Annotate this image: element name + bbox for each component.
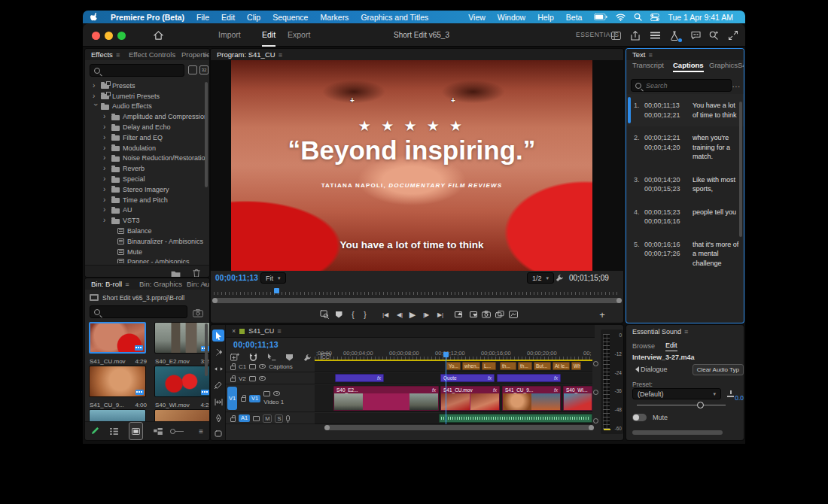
control-center-icon[interactable]: [650, 14, 659, 21]
chevron-icon[interactable]: ›: [103, 217, 108, 224]
solo-track-button[interactable]: S: [275, 414, 283, 423]
slider-handle[interactable]: [697, 402, 704, 408]
menubar-item[interactable]: Sequence: [272, 13, 308, 22]
caption-clip[interactable]: th...: [518, 362, 532, 370]
bin-clip-item[interactable]: [154, 409, 209, 421]
mute-track-button[interactable]: M: [263, 414, 272, 423]
menubar-item[interactable]: Help: [537, 13, 554, 22]
lock-icon[interactable]: [230, 366, 236, 370]
lock-icon[interactable]: [241, 397, 246, 402]
program-playhead[interactable]: [274, 288, 279, 293]
caption-clip[interactable]: when...: [462, 362, 480, 370]
video-clip[interactable]: S40_E2...fx: [333, 386, 439, 411]
clip-thumbnail[interactable]: [154, 409, 209, 421]
tab-browse[interactable]: Browse: [632, 342, 655, 351]
eye-visibility-icon[interactable]: [259, 364, 266, 369]
more-options-icon[interactable]: ...: [732, 80, 741, 89]
share-icon[interactable]: [629, 29, 641, 41]
graphics-clip[interactable]: Quotefx: [440, 374, 495, 382]
caption-clip[interactable]: Wh: [571, 362, 581, 370]
caption-timecodes[interactable]: 00;00;12;2100;00;14;20: [644, 133, 689, 162]
apple-menu[interactable]: [90, 12, 99, 22]
gain-slider[interactable]: [637, 405, 726, 405]
effects-tree-item[interactable]: › VST3: [85, 215, 205, 226]
razor-tool[interactable]: [212, 379, 224, 391]
effects-tree-item[interactable]: › Special: [85, 174, 205, 184]
tab-overflow[interactable]: S4: [738, 61, 744, 69]
ripple-edit-tool[interactable]: [212, 363, 224, 375]
captions-search-input[interactable]: [644, 81, 727, 90]
effects-search-input[interactable]: [103, 66, 180, 75]
menubar-item[interactable]: Graphics and Titles: [361, 13, 428, 22]
go-to-in-icon[interactable]: |◀: [379, 308, 391, 320]
effects-tree-item[interactable]: › Reverb: [85, 163, 205, 174]
panel-menu-icon[interactable]: ≡: [116, 51, 120, 59]
effects-tree-item[interactable]: › Stereo Imagery: [85, 184, 205, 195]
tab-bin-broll[interactable]: Bin: B-roll≡: [91, 278, 129, 290]
comparison-view-icon[interactable]: [318, 308, 330, 320]
clip-thumbnail[interactable]: [89, 322, 146, 354]
list-view-icon[interactable]: [110, 424, 118, 438]
thumbnail-view-icon[interactable]: [129, 422, 143, 440]
mode-tab-import[interactable]: Import: [218, 23, 241, 47]
settings-wrench-icon[interactable]: [556, 274, 564, 284]
bin-clip-item[interactable]: S41_CU.mov4:29: [89, 322, 148, 365]
caption-clip[interactable]: L...: [482, 362, 496, 370]
slip-tool[interactable]: [212, 396, 224, 408]
caption-text[interactable]: You have a lot of time to think: [689, 101, 741, 120]
step-forward-icon[interactable]: |▶: [420, 308, 432, 320]
bin-breadcrumb[interactable]: Short Edit v65_3.prproj\B-roll: [90, 293, 206, 302]
clip-thumbnail[interactable]: [89, 366, 146, 397]
track-output-icon[interactable]: [253, 416, 260, 421]
v1-source-patch[interactable]: V1: [227, 387, 237, 410]
menubar-item[interactable]: Clip: [247, 13, 260, 22]
chevron-icon[interactable]: ›: [93, 93, 98, 100]
go-to-out-icon[interactable]: ▶|: [434, 308, 446, 320]
caption-clip[interactable]: th...: [500, 362, 516, 370]
menubar-app-name[interactable]: Premiere Pro (Beta): [111, 13, 184, 22]
effects-tree-item[interactable]: › Panner - Ambisonics: [85, 257, 205, 263]
panel-menu-icon[interactable]: ≡: [684, 328, 688, 335]
playhead-head[interactable]: [443, 352, 449, 357]
chevron-icon[interactable]: ›: [103, 206, 108, 214]
caption-timecodes[interactable]: 00;00;14;2000;00;15;23: [644, 175, 689, 194]
tab-graphics[interactable]: Graphics: [709, 61, 738, 69]
effects-tree-item[interactable]: › Modulation: [85, 143, 205, 153]
add-marker-icon[interactable]: [333, 308, 345, 320]
menubar-item[interactable]: Beta: [566, 13, 583, 22]
selection-tool[interactable]: [212, 329, 224, 342]
video-clip[interactable]: S41_CU_9...fx: [502, 386, 561, 411]
edit-pen-icon[interactable]: [91, 424, 99, 438]
zoom-window-button[interactable]: [117, 32, 126, 40]
program-monitor-title[interactable]: Program: S41_CU≡: [217, 49, 282, 60]
caption-timecodes[interactable]: 00;00;16;1600;00;17;26: [644, 240, 689, 269]
track-target[interactable]: A1: [239, 414, 250, 422]
quick-export-icon[interactable]: [649, 29, 661, 41]
essential-sound-scrollbar[interactable]: [632, 430, 723, 435]
video-clip[interactable]: S41_CU.movfx: [440, 386, 500, 411]
track-target[interactable]: C1: [239, 363, 246, 370]
chevron-icon[interactable]: ›: [103, 123, 108, 131]
bin-search[interactable]: [90, 305, 187, 318]
chevron-icon[interactable]: ›: [103, 186, 108, 193]
button-editor-plus-icon[interactable]: +: [596, 308, 608, 320]
spotlight-search-icon[interactable]: [634, 13, 642, 21]
chevron-icon[interactable]: ›: [103, 134, 108, 141]
preset-dropdown[interactable]: (Default)▾: [632, 388, 721, 399]
caption-text[interactable]: that it's more of a mental challenge: [689, 240, 741, 269]
audio-clip[interactable]: [439, 414, 592, 423]
multi-camera-icon[interactable]: [494, 308, 506, 320]
tab-captions[interactable]: Captions: [673, 61, 704, 72]
menubar-item[interactable]: View: [468, 13, 486, 22]
menubar-item[interactable]: File: [196, 13, 209, 22]
zoom-fit-dropdown[interactable]: Fit▾: [260, 272, 286, 284]
effects-tree-item[interactable]: › Balance: [85, 226, 205, 236]
text-panel-title[interactable]: Text≡: [632, 49, 653, 60]
lock-icon[interactable]: [230, 378, 236, 382]
captions-search[interactable]: [631, 79, 732, 92]
sort-menu-icon[interactable]: ≡: [199, 427, 203, 436]
workspaces-icon[interactable]: [610, 29, 622, 41]
thumbnail-zoom-slider[interactable]: [173, 431, 184, 432]
beta-feedback-beaker-icon[interactable]: [668, 29, 680, 41]
proxies-icon[interactable]: [507, 308, 519, 320]
